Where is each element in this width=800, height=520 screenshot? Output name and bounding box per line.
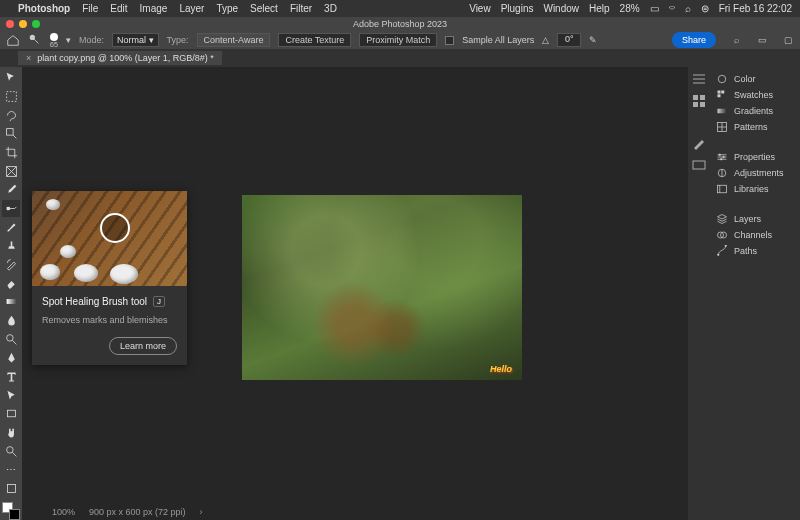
canvas-area[interactable]: Spot Healing Brush toolJ Removes marks a… bbox=[22, 67, 688, 520]
path-selection-tool[interactable] bbox=[2, 386, 20, 404]
collapsed-brush-icon[interactable] bbox=[691, 135, 707, 151]
svg-rect-25 bbox=[718, 185, 727, 193]
menu-filter[interactable]: Filter bbox=[290, 3, 312, 14]
rectangle-tool[interactable] bbox=[2, 405, 20, 423]
svg-rect-16 bbox=[718, 91, 721, 94]
move-tool[interactable] bbox=[2, 69, 20, 87]
tab-label: plant copy.png @ 100% (Layer 1, RGB/8#) … bbox=[37, 53, 214, 63]
status-chevron-icon[interactable]: › bbox=[200, 507, 203, 517]
control-center-icon[interactable]: ⊜ bbox=[701, 3, 709, 14]
collapsed-swatches-icon[interactable] bbox=[691, 93, 707, 109]
clock[interactable]: Fri Feb 16 22:02 bbox=[719, 3, 792, 14]
panel-layers[interactable]: Layers bbox=[710, 211, 800, 227]
arrange-icon[interactable]: ▢ bbox=[782, 34, 794, 46]
eyedropper-tool[interactable] bbox=[2, 181, 20, 199]
document-tab[interactable]: × plant copy.png @ 100% (Layer 1, RGB/8#… bbox=[18, 51, 222, 65]
app-menu[interactable]: Photoshop bbox=[18, 3, 70, 14]
svg-point-23 bbox=[721, 159, 723, 161]
panel-gradients[interactable]: Gradients bbox=[710, 103, 800, 119]
mode-select[interactable]: Normal ▾ bbox=[112, 33, 159, 47]
hand-tool[interactable] bbox=[2, 424, 20, 442]
sample-all-checkbox[interactable] bbox=[445, 36, 454, 45]
content-aware-button[interactable]: Content-Aware bbox=[197, 33, 271, 47]
menu-type[interactable]: Type bbox=[216, 3, 238, 14]
svg-rect-9 bbox=[7, 485, 15, 493]
angle-input[interactable]: 0° bbox=[557, 33, 581, 47]
clone-stamp-tool[interactable] bbox=[2, 237, 20, 255]
menu-edit[interactable]: Edit bbox=[110, 3, 127, 14]
panel-properties[interactable]: Properties bbox=[710, 149, 800, 165]
svg-point-28 bbox=[718, 254, 720, 256]
lasso-tool[interactable] bbox=[2, 106, 20, 124]
panel-paths[interactable]: Paths bbox=[710, 243, 800, 259]
create-texture-button[interactable]: Create Texture bbox=[278, 33, 351, 47]
workspace-icon[interactable]: ▭ bbox=[756, 34, 768, 46]
document-canvas[interactable]: Hello bbox=[242, 195, 522, 380]
tool-preset-icon[interactable] bbox=[28, 33, 42, 47]
maximize-window[interactable] bbox=[32, 20, 40, 28]
collapsed-color-icon[interactable] bbox=[691, 71, 707, 87]
panel-color[interactable]: Color bbox=[710, 71, 800, 87]
zoom-level[interactable]: 100% bbox=[52, 507, 75, 517]
share-button[interactable]: Share bbox=[672, 32, 716, 48]
svg-point-29 bbox=[725, 245, 727, 247]
tool-tooltip: Spot Healing Brush toolJ Removes marks a… bbox=[32, 191, 187, 365]
learn-more-button[interactable]: Learn more bbox=[109, 337, 177, 355]
panel-patterns[interactable]: Patterns bbox=[710, 119, 800, 135]
zoom-tool[interactable] bbox=[2, 442, 20, 460]
tooltip-title: Spot Healing Brush toolJ bbox=[42, 296, 177, 307]
proximity-match-button[interactable]: Proximity Match bbox=[359, 33, 437, 47]
svg-rect-10 bbox=[693, 95, 698, 100]
battery-icon: ▭ bbox=[650, 3, 659, 14]
brush-preset[interactable]: 65 bbox=[50, 33, 58, 48]
close-window[interactable] bbox=[6, 20, 14, 28]
options-bar: 65 ▾ Mode: Normal ▾ Type: Content-Aware … bbox=[0, 31, 800, 49]
menu-3d[interactable]: 3D bbox=[324, 3, 337, 14]
selection-tool[interactable] bbox=[2, 125, 20, 143]
panel-channels[interactable]: Channels bbox=[710, 227, 800, 243]
angle-icon[interactable]: △ bbox=[542, 35, 549, 45]
menu-image[interactable]: Image bbox=[140, 3, 168, 14]
more-tools-icon[interactable]: ⋯ bbox=[2, 461, 20, 479]
doc-dimensions: 900 px x 600 px (72 ppi) bbox=[89, 507, 186, 517]
panel-libraries[interactable]: Libraries bbox=[710, 181, 800, 197]
brush-dropdown-icon[interactable]: ▾ bbox=[66, 35, 71, 45]
pressure-icon[interactable]: ✎ bbox=[589, 35, 597, 45]
collapsed-brush-settings-icon[interactable] bbox=[691, 157, 707, 173]
close-tab-icon[interactable]: × bbox=[26, 53, 31, 63]
menu-view[interactable]: View bbox=[469, 3, 491, 14]
frame-tool[interactable] bbox=[2, 162, 20, 180]
gradient-tool[interactable] bbox=[2, 293, 20, 311]
panel-swatches[interactable]: Swatches bbox=[710, 87, 800, 103]
marquee-tool[interactable] bbox=[2, 88, 20, 106]
blur-tool[interactable] bbox=[2, 312, 20, 330]
panel-adjustments[interactable]: Adjustments bbox=[710, 165, 800, 181]
history-brush-tool[interactable] bbox=[2, 256, 20, 274]
type-tool[interactable] bbox=[2, 368, 20, 386]
menu-file[interactable]: File bbox=[82, 3, 98, 14]
menu-plugins[interactable]: Plugins bbox=[501, 3, 534, 14]
window-title: Adobe Photoshop 2023 bbox=[353, 19, 447, 29]
status-bar: 100% 900 px x 600 px (72 ppi) › bbox=[44, 504, 576, 520]
dodge-tool[interactable] bbox=[2, 330, 20, 348]
menu-select[interactable]: Select bbox=[250, 3, 278, 14]
battery-status[interactable]: 28% bbox=[620, 3, 640, 14]
menu-window[interactable]: Window bbox=[543, 3, 579, 14]
home-icon[interactable] bbox=[6, 33, 20, 47]
spot-healing-tool[interactable] bbox=[2, 200, 20, 218]
menu-help[interactable]: Help bbox=[589, 3, 610, 14]
search-icon[interactable]: ⌕ bbox=[685, 3, 691, 14]
menu-layer[interactable]: Layer bbox=[179, 3, 204, 14]
svg-rect-14 bbox=[693, 161, 705, 169]
brush-tool[interactable] bbox=[2, 218, 20, 236]
minimize-window[interactable] bbox=[19, 20, 27, 28]
pen-tool[interactable] bbox=[2, 349, 20, 367]
svg-rect-11 bbox=[700, 95, 705, 100]
search-icon[interactable]: ⌕ bbox=[730, 34, 742, 46]
eraser-tool[interactable] bbox=[2, 274, 20, 292]
svg-rect-12 bbox=[693, 102, 698, 107]
crop-tool[interactable] bbox=[2, 144, 20, 162]
edit-toolbar-icon[interactable] bbox=[2, 480, 20, 498]
color-swatches[interactable] bbox=[2, 502, 20, 520]
wifi-icon[interactable]: ⌔ bbox=[669, 3, 675, 14]
